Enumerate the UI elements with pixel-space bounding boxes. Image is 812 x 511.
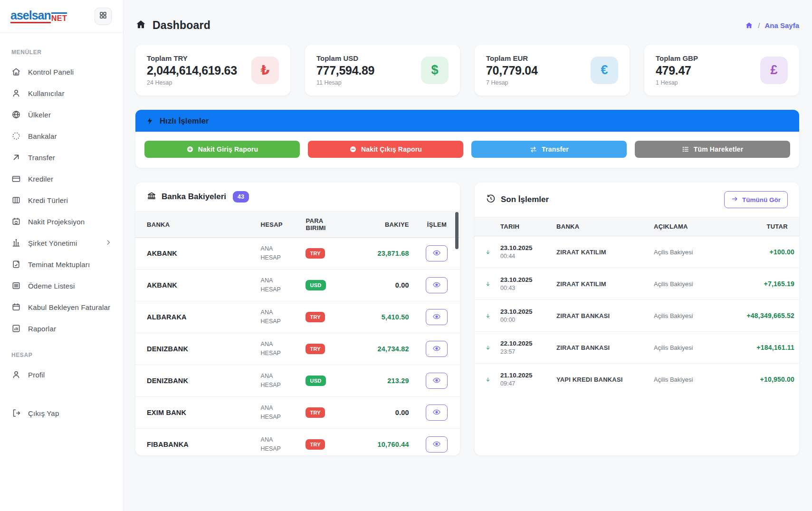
account-name: ANA [261,244,296,253]
column-header-currency: PARA BIRIMI [301,212,350,238]
arrow-up-right-icon [11,153,21,162]
tx-bank: ZIRAAT BANKASI [556,312,610,319]
apps-grid-button[interactable] [95,8,112,25]
sidebar-item-label: Kontrol Paneli [28,68,74,76]
column-header-bank: BANKA [135,212,256,238]
sidebar-item-cikis-yap[interactable]: Çıkış Yap [11,407,123,419]
balance-value: 0.00 [350,397,414,429]
tx-time: 00:43 [500,285,547,291]
sidebar-item-ulkeler[interactable]: Ülkeler [11,109,123,120]
tx-bank: ZIRAAT KATILIM [556,280,606,288]
table-scrollbar[interactable] [455,212,459,249]
cash-in-report-button[interactable]: Nakit Giriş Raporu [144,141,300,158]
arrow-right-icon [731,195,738,204]
sidebar-item-label: Kullanıcılar [28,89,65,97]
balance-value: 0.00 [350,270,414,301]
tx-bank: ZIRAAT KATILIM [556,249,606,256]
column-header-account: HESAP [256,212,301,238]
sidebar-item-kredi-turleri[interactable]: Kredi Türleri [11,194,123,206]
eur-currency-icon: € [591,57,618,84]
sidebar-item-krediler[interactable]: Krediler [11,173,123,184]
bank-balances-panel: Banka Bakiyeleri 43 BANKA HESAP PARA BIR… [135,183,460,455]
app-root: aselsan NET MENÜLER Kontrol Paneli Kulla… [0,0,812,511]
tx-date: 23.10.2025 [500,244,547,251]
account-name: ANA [261,276,296,285]
view-all-label: Tümünü Gör [742,196,781,203]
button-label: Transfer [542,145,569,153]
sidebar-item-kontrol-paneli[interactable]: Kontrol Paneli [11,66,123,77]
sidebar: aselsan NET MENÜLER Kontrol Paneli Kulla… [0,0,124,511]
tx-description: Açilis Bakiyesi [654,344,693,351]
currency-badge: TRY [306,407,325,418]
column-header-action: İŞLEM [414,212,460,238]
summary-card-value: 2,044,614,619.63 [147,64,237,77]
breadcrumb-current[interactable]: Ana Sayfa [764,21,799,29]
account-name: ANA [261,340,296,349]
home-icon [11,67,21,77]
transaction-row: 23.10.202500:44 ZIRAAT KATILIM Açilis Ba… [475,236,799,268]
quick-actions-card: Hızlı İşlemler Nakit Giriş Raporu Nakit … [135,110,799,168]
summary-cards-row: Toplam TRY 2,044,614,619.63 24 Hesap ₺ T… [135,45,799,96]
button-label: Nakit Çıkış Raporu [361,145,422,153]
brand-logo[interactable]: aselsan NET [10,9,67,23]
list-icon [11,281,21,290]
view-account-button[interactable] [426,436,448,453]
breadcrumb-home-icon[interactable] [745,21,753,29]
transactions-title: Son İşlemler [501,195,549,204]
transactions-table: TARIH BANKA AÇIKLAMA TUTAR 23.10.202500:… [475,217,799,395]
lightning-icon [146,117,154,125]
summary-card-label: Toplam EUR [486,54,538,62]
currency-badge: TRY [306,344,325,354]
tx-amount: +7,165.19 [739,268,799,300]
sidebar-item-label: Transfer [28,154,55,162]
eye-icon [432,249,441,259]
eye-icon [432,312,441,322]
dotted-circle-icon [11,131,21,141]
summary-card-label: Toplam GBP [656,54,698,62]
view-account-button[interactable] [426,245,448,261]
arrow-down-icon [485,280,491,288]
sidebar-item-kabul-bekleyen-faturalar[interactable]: Kabul Bekleyen Faturalar [11,301,123,313]
bank-table-row: DENIZBANK ANAHESAP USD 213.29 [135,365,460,397]
sidebar-item-label: Bankalar [28,132,57,140]
arrow-down-icon [485,248,491,256]
summary-card-try: Toplam TRY 2,044,614,619.63 24 Hesap ₺ [135,45,290,96]
view-account-button[interactable] [426,373,448,389]
bank-name: FIBABANKA [147,441,189,448]
page-header: Dashboard / Ana Sayfa [135,19,799,32]
sidebar-item-label: Teminat Mektupları [28,260,90,269]
view-account-button[interactable] [426,341,448,357]
bank-name: ALBARAKA [147,313,187,321]
all-movements-button[interactable]: Tüm Hareketler [635,141,790,158]
sidebar-item-bankalar[interactable]: Bankalar [11,130,123,142]
view-account-button[interactable] [426,405,448,421]
sidebar-item-profil[interactable]: Profil [11,369,123,380]
currency-symbol: $ [431,63,438,77]
currency-symbol: £ [770,63,777,77]
account-name: ANA [261,308,296,317]
bank-name: AKBANK [147,250,177,257]
sidebar-item-odeme-listesi[interactable]: Ödeme Listesi [11,280,123,291]
view-all-button[interactable]: Tümünü Gör [724,191,788,208]
sidebar-menu: MENÜLER Kontrol Paneli Kullanıcılar Ülke… [0,33,123,419]
bank-table-row: FIBABANKA ANAHESAP TRY 10,760.44 [135,429,460,456]
transaction-row: 23.10.202500:43 ZIRAAT KATILIM Açilis Ba… [475,268,799,300]
transfer-button[interactable]: Transfer [471,141,627,158]
sidebar-item-sirket-yonetimi[interactable]: Şirket Yönetimi [11,237,123,249]
cash-out-report-button[interactable]: Nakit Çıkış Raporu [308,141,463,158]
sidebar-item-teminat-mektuplari[interactable]: Teminat Mektupları [11,259,123,270]
view-account-button[interactable] [426,309,448,325]
sidebar-item-nakit-projeksiyon[interactable]: Nakit Projeksiyon [11,216,123,227]
try-currency-icon: ₺ [251,57,279,84]
bank-table-row: AKBANK ANAHESAP USD 0.00 [135,270,460,301]
view-account-button[interactable] [426,277,448,293]
sidebar-item-kullanicilar[interactable]: Kullanıcılar [11,87,123,99]
eye-icon [432,408,441,418]
tx-amount: +100.00 [739,236,799,268]
breadcrumb-separator: / [758,21,760,29]
sidebar-item-raporlar[interactable]: Raporlar [11,323,123,334]
sidebar-item-transfer[interactable]: Transfer [11,152,123,163]
tx-time: 23:57 [500,348,547,355]
sidebar-item-label: Krediler [28,175,53,183]
quick-actions-buttons: Nakit Giriş Raporu Nakit Çıkış Raporu Tr… [135,132,799,168]
